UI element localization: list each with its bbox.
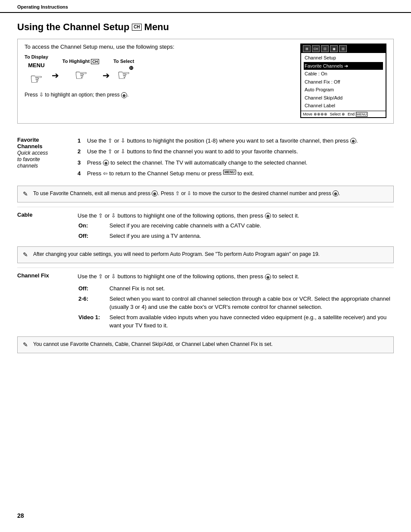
step-num-1: 1 <box>78 137 84 145</box>
cable-body: Use the ⇧ or ⇩ buttons to highlight one … <box>78 212 394 242</box>
favorite-channels-bold: FavoriteChannels <box>17 137 43 149</box>
arrow2: ➔ <box>103 62 110 81</box>
hand-icon-select-wrap: ☞ ⊕ <box>117 66 130 84</box>
select-plus-icon: ⊕ <box>129 65 134 71</box>
note-box-1: ✎ To use Favorite Channels, exit all men… <box>17 186 394 202</box>
chfix-option-off: Off: Channel Fix is not set. <box>78 284 393 293</box>
step3-label: To Select <box>113 59 134 64</box>
favorite-channels-italic: Quick accessto favoritechannels <box>17 150 48 169</box>
onscreen-menu-wrap: ⊞ CH ⊡ ◉ ⊟ Channel Setup Favorite Channe… <box>300 44 386 118</box>
channel-fix-intro: Use the ⇧ or ⇩ buttons to highlight one … <box>78 272 394 281</box>
menu-item-channel-setup: Channel Setup <box>304 54 383 62</box>
note-text-1: To use Favorite Channels, exit all menus… <box>33 190 340 199</box>
diagram-left: To access the Channel Setup menu, use th… <box>25 44 292 118</box>
menu-select-label: Select ⊕ <box>330 112 346 116</box>
step-num-3: 3 <box>78 159 84 167</box>
cable-off-desc: Select if you are using a TV antenna. <box>109 231 393 241</box>
cable-intro: Use the ⇧ or ⇩ buttons to highlight one … <box>78 212 394 221</box>
step-display: To Display MENU ☞ <box>25 54 48 87</box>
hand-icon-display: ☞ <box>30 70 43 87</box>
section-channel-fix: Channel Fix Use the ⇧ or ⇩ buttons to hi… <box>17 268 394 331</box>
step-num-2: 2 <box>78 147 84 156</box>
diagram-box: To access the Channel Setup menu, use th… <box>17 39 394 124</box>
enter-btn-3: ⊕ <box>103 160 109 166</box>
chfix-26-label: 2-6: <box>78 294 109 312</box>
channel-fix-body: Use the ⇧ or ⇩ buttons to highlight one … <box>78 272 394 331</box>
menu-icon-5: ⊟ <box>339 45 347 52</box>
step2-label: To Highlight CH <box>62 59 99 64</box>
hand-icon-highlight: ☞ <box>75 66 87 84</box>
list-item-4: 4 Press ⇦ to return to the Channel Setup… <box>78 169 394 178</box>
cable-on-desc: Select if you are receiving cable channe… <box>109 221 393 230</box>
section-favorite-channels: FavoriteChannels Quick accessto favorite… <box>17 132 394 180</box>
enter-btn-note1b: ⊕ <box>333 190 339 196</box>
enter-btn-note1: ⊕ <box>152 190 158 196</box>
note-icon-1: ✎ <box>23 190 31 199</box>
cable-option-off: Off: Select if you are using a TV antenn… <box>78 231 393 241</box>
channel-fix-label-bold: Channel Fix <box>17 272 49 279</box>
enter-btn-cable: ⊕ <box>265 213 271 219</box>
chfix-video1-desc: Select from available video inputs when … <box>109 313 393 330</box>
enter-btn-1: ⊕ <box>350 138 356 144</box>
page-number: 28 <box>17 512 24 519</box>
diagram-steps: To Display MENU ☞ ➔ To Highlight CH ☞ ➔ <box>25 54 292 87</box>
diagram-caption: Press ⇩ to highlight an option; then pre… <box>25 92 292 98</box>
onscreen-menu: ⊞ CH ⊡ ◉ ⊟ Channel Setup Favorite Channe… <box>300 44 386 118</box>
menu-item-auto-program: Auto Program <box>304 86 383 94</box>
note-box-3: ✎ You cannot use Favorite Channels, Cabl… <box>17 336 394 353</box>
cable-options-table: On: Select if you are receiving cable ch… <box>78 220 394 241</box>
menu-item-channel-skip: Channel Skip/Add <box>304 94 383 102</box>
note-text-2: After changing your cable settings, you … <box>33 250 320 259</box>
note-text-3: You cannot use Favorite Channels, Cable,… <box>33 340 273 349</box>
menu-topbar: ⊞ CH ⊡ ◉ ⊟ <box>301 44 386 53</box>
menu-item-channel-fix: Channel Fix : Off <box>304 78 383 86</box>
arrow1: ➔ <box>52 62 59 81</box>
section-cable: Cable Use the ⇧ or ⇩ buttons to highligh… <box>17 207 394 242</box>
cable-option-on: On: Select if you are receiving cable ch… <box>78 221 393 230</box>
note-icon-2: ✎ <box>23 250 31 259</box>
cable-label-bold: Cable <box>17 212 32 218</box>
step-text-2: Use the ⇧ or ⇩ buttons to find the chann… <box>87 147 298 156</box>
menu-item-favorite-channels: Favorite Channels ➔ <box>304 62 383 70</box>
chfix-26-desc: Select when you want to control all chan… <box>109 294 393 312</box>
chfix-video1-label: Video 1: <box>78 313 109 330</box>
favorite-channels-label: FavoriteChannels Quick accessto favorite… <box>17 137 78 180</box>
top-bar: Operating Instructions <box>0 0 411 13</box>
menu-end-label: End MENU <box>348 112 367 116</box>
list-item-1: 1 Use the ⇧ or ⇩ buttons to highlight th… <box>78 137 394 145</box>
step-text-4: Press ⇦ to return to the Channel Setup m… <box>87 169 254 178</box>
hand-icon-select: ☞ <box>117 66 130 84</box>
step-highlight: To Highlight CH ☞ <box>62 59 99 84</box>
chfix-option-2-6: 2-6: Select when you want to control all… <box>78 294 393 312</box>
menu-icon-1: ⊞ <box>303 45 311 52</box>
menu-bottombar: Move ⊕⊕⊕⊕ Select ⊕ End MENU <box>301 111 386 117</box>
menu-item-channel-label: Channel Label <box>304 102 383 110</box>
step-text-1: Use the ⇧ or ⇩ buttons to highlight the … <box>87 137 358 145</box>
title-text-after: Menu <box>144 22 169 33</box>
step-select: To Select ☞ ⊕ <box>113 59 134 84</box>
step-text-3: Press ⊕ to select the channel. The TV wi… <box>87 159 307 167</box>
header-label: Operating Instructions <box>17 4 68 9</box>
channel-fix-label: Channel Fix <box>17 272 78 331</box>
note-icon-3: ✎ <box>23 340 31 349</box>
menu-items-list: Channel Setup Favorite Channels ➔ Cable … <box>301 53 386 111</box>
enter-btn-chfix: ⊕ <box>265 274 271 280</box>
main-content: Using the Channel Setup CH Menu To acces… <box>0 13 411 375</box>
menu-label-text: MENU <box>28 62 44 68</box>
step-num-4: 4 <box>78 169 84 178</box>
ch-icon: CH <box>132 24 141 31</box>
menu-icon-3: ⊡ <box>321 45 329 52</box>
chfix-off-desc: Channel Fix is not set. <box>109 284 393 293</box>
cable-on-label: On: <box>78 221 109 230</box>
enter-btn-sym: ⊕ <box>121 92 127 98</box>
list-item-3: 3 Press ⊕ to select the channel. The TV … <box>78 159 394 167</box>
chfix-off-label: Off: <box>78 284 109 293</box>
channel-fix-options-table: Off: Channel Fix is not set. 2-6: Select… <box>78 283 394 331</box>
list-item-2: 2 Use the ⇧ or ⇩ buttons to find the cha… <box>78 147 394 156</box>
menu-icon-2: CH <box>312 45 320 52</box>
cable-off-label: Off: <box>78 231 109 241</box>
chfix-option-video1: Video 1: Select from available video inp… <box>78 313 393 330</box>
title-text-before: Using the Channel Setup <box>17 22 129 33</box>
page-title: Using the Channel Setup CH Menu <box>17 22 394 33</box>
cable-label: Cable <box>17 212 78 242</box>
